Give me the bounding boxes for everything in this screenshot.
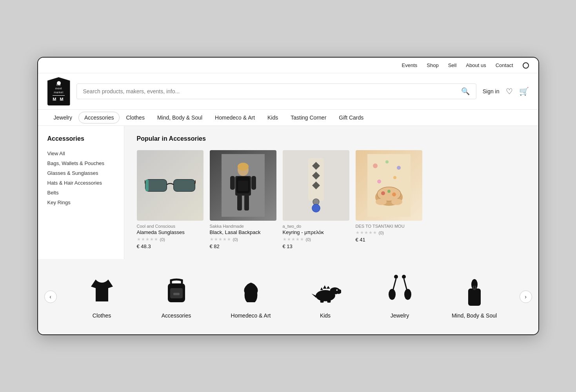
- cat-mind-body[interactable]: Mind, Body & Soul: [151, 110, 209, 125]
- product-image-2: [210, 150, 276, 221]
- product-rating-1: ★★★★★ (0): [137, 237, 204, 242]
- svg-rect-39: [173, 293, 180, 295]
- header-actions: Sign in ♡ 🛒: [483, 87, 529, 96]
- product-card-2[interactable]: Sakka Handmade Black, Lasal Backpack ★★★…: [210, 150, 276, 249]
- bottom-cat-homedeco[interactable]: Homedeco & Art: [225, 275, 276, 319]
- bottom-cat-accessories[interactable]: Accessories: [151, 275, 202, 319]
- cat-homedeco[interactable]: Homedeco & Art: [209, 110, 261, 125]
- svg-marker-45: [326, 286, 330, 289]
- accessories-icon: [161, 275, 192, 306]
- wishlist-icon[interactable]: ♡: [506, 87, 513, 96]
- product-rating-4: ★★★★★ (0): [356, 230, 422, 235]
- product-price-1: € 48.3: [137, 243, 204, 249]
- homedeco-icon: [235, 275, 267, 306]
- svg-rect-47: [327, 300, 331, 303]
- svg-line-53: [404, 279, 407, 290]
- svg-point-50: [402, 275, 406, 279]
- cat-jewelry[interactable]: Jewelry: [47, 110, 78, 125]
- bottom-cat-mind[interactable]: Mind, Body & Soul: [449, 275, 500, 319]
- product-name-1: Alameda Sunglasses: [137, 229, 204, 235]
- nav-about[interactable]: About us: [466, 62, 486, 68]
- cart-icon[interactable]: 🛒: [519, 87, 529, 96]
- product-card-4[interactable]: DES TO TSANTAKI MOU ★★★★★ (0) € 41: [356, 150, 422, 249]
- logo-mm: M M: [53, 95, 64, 102]
- product-maker-3: a_two_do: [283, 224, 349, 229]
- svg-point-54: [404, 289, 411, 300]
- dropdown-sidebar: Accessories View All Bags, Wallets & Pou…: [38, 126, 124, 259]
- svg-point-29: [393, 176, 396, 179]
- cat-clothes[interactable]: Clothes: [120, 110, 151, 125]
- sign-in-link[interactable]: Sign in: [483, 88, 500, 94]
- svg-point-27: [397, 166, 401, 170]
- bottom-cat-label-clothes: Clothes: [93, 312, 111, 319]
- nav-shop[interactable]: Shop: [427, 62, 438, 68]
- browser-window: Events Shop Sell About us Contact themee…: [37, 57, 539, 335]
- cat-accessories[interactable]: Accessories: [78, 112, 120, 123]
- sidebar-item-view-all[interactable]: View All: [47, 149, 114, 158]
- svg-marker-44: [323, 285, 326, 289]
- stars-3: ★★★★★: [283, 237, 304, 242]
- svg-point-33: [387, 190, 391, 193]
- sidebar-title: Accessories: [47, 135, 114, 142]
- product-card-3[interactable]: a_two_do Keyring - μπρελόκ ★★★★★ (0) € 1…: [283, 150, 349, 249]
- product-maker-4: DES TO TSANTAKI MOU: [356, 224, 422, 229]
- bottom-cat-label-kids: Kids: [320, 312, 331, 319]
- logo[interactable]: themeetmarket M M: [47, 77, 70, 105]
- rating-count-3: (0): [306, 237, 311, 242]
- product-image-3: [283, 150, 349, 221]
- svg-rect-55: [468, 289, 481, 306]
- svg-rect-17: [251, 176, 256, 190]
- search-button[interactable]: 🔍: [461, 87, 470, 96]
- search-input[interactable]: [83, 88, 461, 94]
- svg-line-51: [393, 279, 396, 290]
- nav-sell[interactable]: Sell: [448, 62, 457, 68]
- product-name-2: Black, Lasal Backpack: [210, 229, 276, 235]
- clothes-icon: [86, 275, 118, 306]
- main-header: themeetmarket M M 🔍 Sign in ♡ 🛒: [38, 73, 538, 110]
- svg-point-48: [336, 289, 338, 291]
- logo-text: themeetmarket: [54, 83, 63, 94]
- svg-point-49: [394, 275, 398, 279]
- bottom-cat-jewelry[interactable]: Jewelry: [374, 275, 425, 319]
- cat-kids[interactable]: Kids: [261, 110, 284, 125]
- prev-arrow[interactable]: ‹: [44, 290, 57, 303]
- svg-rect-1: [145, 180, 167, 191]
- product-rating-2: ★★★★★ (0): [210, 237, 276, 242]
- product-name-3: Keyring - μπρελόκ: [283, 229, 349, 235]
- dropdown-area: Accessories View All Bags, Wallets & Pou…: [38, 126, 538, 259]
- svg-marker-43: [320, 287, 323, 290]
- rating-count-4: (0): [379, 230, 384, 235]
- mind-icon: [459, 275, 490, 306]
- svg-rect-14: [237, 195, 242, 211]
- sidebar-item-glasses[interactable]: Glasses & Sunglasses: [47, 168, 114, 178]
- bottom-cat-label-accessories: Accessories: [162, 312, 191, 319]
- product-card-1[interactable]: Cool and Conscious Alameda Sunglasses ★★…: [137, 150, 204, 249]
- stars-1: ★★★★★: [137, 237, 158, 242]
- sidebar-item-belts[interactable]: Belts: [47, 188, 114, 198]
- svg-line-5: [195, 181, 196, 183]
- svg-line-4: [145, 181, 145, 183]
- dropdown-main: Popular in Accessories: [124, 126, 538, 259]
- product-price-2: € 82: [210, 243, 276, 249]
- next-arrow[interactable]: ›: [520, 290, 532, 303]
- bottom-cat-kids[interactable]: Kids: [300, 275, 351, 319]
- cat-tasting[interactable]: Tasting Corner: [284, 110, 333, 125]
- svg-point-34: [392, 192, 396, 196]
- bottom-cat-clothes[interactable]: Clothes: [76, 275, 127, 319]
- jewelry-icon: [384, 275, 416, 306]
- bottom-cat-label-mind: Mind, Body & Soul: [452, 312, 497, 319]
- svg-point-28: [377, 180, 381, 183]
- products-grid: Cool and Conscious Alameda Sunglasses ★★…: [137, 150, 526, 249]
- sidebar-item-keyrings[interactable]: Key Rings: [47, 198, 114, 207]
- globe-icon[interactable]: [523, 62, 529, 69]
- nav-contact[interactable]: Contact: [496, 62, 513, 68]
- product-price-4: € 41: [356, 237, 422, 243]
- sidebar-item-hats[interactable]: Hats & Hair Accessories: [47, 178, 114, 188]
- sidebar-item-bags[interactable]: Bags, Wallets & Pouches: [47, 158, 114, 168]
- cat-gift-cards[interactable]: Gift Cards: [333, 110, 370, 125]
- stars-4: ★★★★★: [356, 230, 377, 235]
- nav-events[interactable]: Events: [402, 62, 418, 68]
- kids-icon: [310, 275, 341, 306]
- bottom-cat-label-homedeco: Homedeco & Art: [231, 312, 271, 319]
- category-nav: Jewelry Accessories Clothes Mind, Body &…: [38, 110, 538, 126]
